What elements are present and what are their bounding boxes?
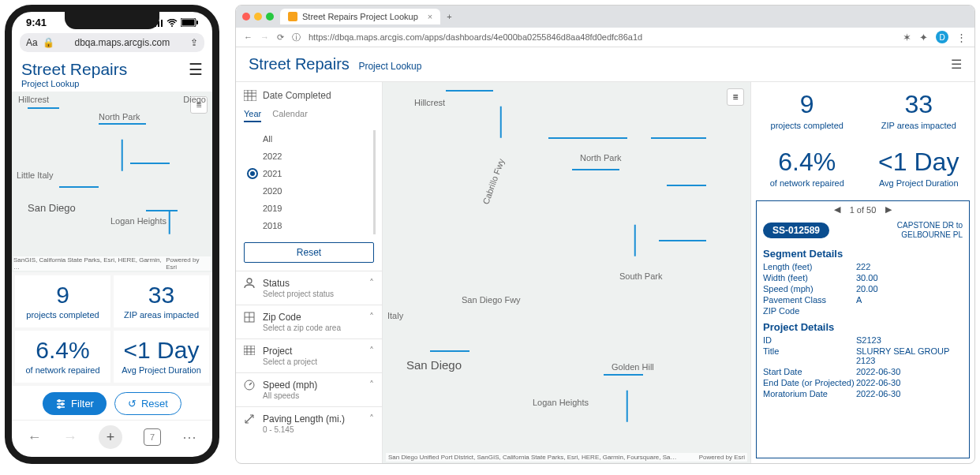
map-label: San Diego Fwy: [462, 295, 521, 305]
filter-speed[interactable]: Speed (mph) All speeds ˄: [236, 372, 382, 406]
stat-value: 6.4%: [17, 337, 109, 364]
reload-icon[interactable]: ⟳: [277, 32, 284, 43]
stat-value: 9: [754, 90, 860, 119]
detail-panel: ◀ 1 of 50 ▶ SS-012589 CAPSTONE DR to GEL…: [756, 200, 970, 458]
year-option[interactable]: 2018: [241, 217, 373, 234]
menu-icon[interactable]: ☰: [951, 57, 962, 72]
detail-row: End Date (or Projected)2022-06-30: [757, 377, 969, 388]
stat-label: ZIP areas impacted: [115, 310, 208, 320]
extensions-icon[interactable]: ✶: [903, 32, 911, 43]
tab-title: Street Repairs Project Lookup: [302, 12, 418, 21]
stat-value: 33: [866, 90, 972, 119]
close-icon[interactable]: [242, 13, 250, 21]
share-icon[interactable]: ⇪: [190, 37, 198, 48]
project-details-header: Project Details: [757, 316, 969, 335]
detail-row: Speed (mph)20.00: [757, 283, 969, 294]
year-option[interactable]: 2021: [241, 165, 373, 182]
filter-title: Project: [263, 346, 363, 357]
chevron-up-icon: ˄: [369, 413, 374, 425]
map-label: Golden Hill: [612, 362, 654, 372]
map-label: North Park: [99, 112, 140, 122]
phone-stats: 9 projects completed 33 ZIP areas impact…: [12, 272, 212, 386]
app-subtitle: Project Lookup: [358, 61, 421, 72]
stat-value: <1 Day: [866, 148, 972, 177]
more-icon[interactable]: ⋯: [182, 428, 196, 446]
gauge-icon: [244, 380, 256, 391]
svg-rect-7: [196, 21, 198, 24]
back-icon[interactable]: ←: [244, 32, 252, 42]
pager-next[interactable]: ▶: [885, 204, 892, 215]
person-icon: [244, 278, 256, 289]
forward-icon[interactable]: →: [260, 32, 269, 42]
bookmark-icon[interactable]: ✦: [919, 32, 928, 43]
legend-button[interactable]: ≡: [727, 88, 744, 106]
window-titlebar: Street Repairs Project Lookup × +: [236, 6, 974, 28]
filter-date-completed: Date Completed: [236, 82, 382, 109]
detail-row: TitleSLURRY SEAL GROUP 2123: [757, 346, 969, 366]
tab-calendar[interactable]: Calendar: [272, 109, 308, 122]
chevron-up-icon: ˄: [369, 278, 374, 289]
phone-url: dbqa.maps.arcgis.com: [59, 37, 185, 48]
svg-point-9: [58, 399, 61, 402]
phone-action-bar: Filter ↺ Reset: [12, 386, 212, 420]
detail-row: Width (feet)30.00: [757, 272, 969, 283]
map[interactable]: ≡ Hillcrest North Park San Diego Logan H…: [383, 82, 750, 463]
stat-label: of network repaired: [17, 365, 109, 375]
project-heading: SS-012589 CAPSTONE DR to GELBOURNE PL: [757, 218, 969, 243]
browser-window: Street Repairs Project Lookup × + ← → ⟳ …: [235, 5, 975, 464]
stat-card: <1 Day Avg Project Duration: [114, 331, 209, 383]
filter-title: Status: [263, 278, 363, 289]
year-option[interactable]: 2019: [241, 200, 373, 217]
filter-zipcode[interactable]: Zip Code Select a zip code area ˄: [236, 305, 382, 338]
menu-icon[interactable]: ⋮: [956, 32, 967, 43]
app-title: Street Repairs: [249, 55, 350, 73]
new-tab-button[interactable]: +: [99, 425, 122, 449]
filter-project[interactable]: Project Select a project ˄: [236, 338, 382, 372]
tabs-button[interactable]: 7: [144, 428, 161, 446]
project-id-badge: SS-012589: [763, 223, 829, 238]
menu-icon[interactable]: ☰: [189, 60, 203, 79]
stat-card: 9 projects completed: [15, 275, 110, 327]
stat-card: 33 ZIP areas impacted: [114, 275, 209, 327]
profile-avatar[interactable]: D: [936, 31, 948, 43]
map-label: San Diego: [406, 358, 462, 372]
stat-card: <1 Day Avg Project Duration: [863, 140, 975, 197]
stat-value: 9: [17, 282, 109, 309]
close-tab-icon[interactable]: ×: [428, 12, 432, 21]
phone-app-header: Street Repairs Project Lookup ☰: [12, 55, 212, 92]
phone-map[interactable]: ≡ Hillcrest North Park Little Italy San …: [12, 92, 212, 272]
detail-row: Start Date2022-06-30: [757, 366, 969, 377]
phone-urlbar[interactable]: Aa 🔒 dbqa.maps.arcgis.com ⇪: [20, 33, 204, 52]
minimize-icon[interactable]: [254, 13, 262, 21]
forward-icon[interactable]: →: [63, 429, 77, 446]
filter-title: Speed (mph): [263, 380, 363, 391]
year-option[interactable]: 2022: [241, 148, 373, 165]
filter-paving-length[interactable]: Paving Length (mi.) 0 - 5.145 ˄: [236, 406, 382, 440]
url-field[interactable]: https://dbqa.maps.arcgis.com/apps/dashbo…: [309, 32, 895, 42]
back-icon[interactable]: ←: [28, 429, 42, 446]
year-option[interactable]: 2020: [241, 182, 373, 200]
filter-sub: Select a zip code area: [263, 324, 363, 332]
map-label: South Park: [619, 271, 662, 281]
stat-value: 6.4%: [754, 148, 860, 177]
chevron-up-icon: ˄: [369, 312, 374, 323]
year-option[interactable]: All: [241, 130, 373, 148]
svg-rect-14: [244, 90, 256, 101]
stat-label: ZIP areas impacted: [866, 121, 972, 130]
svg-point-13: [58, 406, 61, 409]
new-tab-icon[interactable]: +: [447, 12, 451, 21]
filter-status[interactable]: Status Select project status ˄: [236, 271, 382, 305]
site-info-icon[interactable]: ⓘ: [292, 32, 301, 43]
reset-button[interactable]: ↺ Reset: [114, 392, 181, 415]
tab-year[interactable]: Year: [244, 109, 261, 122]
stat-label: projects completed: [754, 121, 860, 130]
map-label: North Park: [580, 153, 622, 163]
pager-prev[interactable]: ◀: [834, 204, 840, 215]
battery-icon: [181, 18, 198, 27]
zoom-icon[interactable]: [266, 13, 274, 21]
stat-label: projects completed: [17, 310, 109, 320]
stat-card: 6.4% of network repaired: [15, 331, 110, 383]
reset-filters-button[interactable]: Reset: [244, 242, 374, 263]
filter-button[interactable]: Filter: [43, 392, 107, 415]
browser-tab[interactable]: Street Repairs Project Lookup ×: [280, 9, 440, 24]
